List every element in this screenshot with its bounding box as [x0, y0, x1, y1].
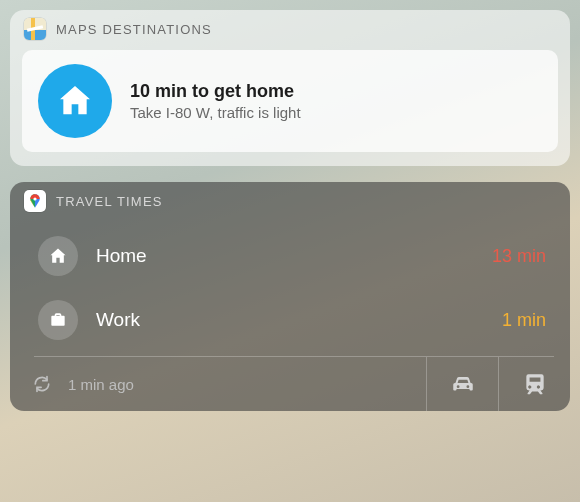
- widget-footer: 1 min ago: [10, 357, 570, 411]
- maps-destinations-widget: MAPS DESTINATIONS 10 min to get home Tak…: [10, 10, 570, 166]
- home-icon: [38, 236, 78, 276]
- svg-point-0: [33, 197, 36, 200]
- widget-header: TRAVEL TIMES: [10, 182, 570, 218]
- home-icon: [38, 64, 112, 138]
- mode-transit-button[interactable]: [498, 357, 570, 411]
- destination-subtitle: Take I-80 W, traffic is light: [130, 103, 301, 123]
- travel-label: Work: [96, 309, 484, 331]
- widget-title: TRAVEL TIMES: [56, 194, 163, 209]
- google-maps-icon: [24, 190, 46, 212]
- briefcase-icon: [38, 300, 78, 340]
- travel-time: 13 min: [492, 246, 546, 267]
- widget-title: MAPS DESTINATIONS: [56, 22, 212, 37]
- car-icon: [450, 371, 476, 397]
- travel-label: Home: [96, 245, 474, 267]
- travel-times-list: Home 13 min Work 1 min 1 min ago: [10, 218, 570, 411]
- travel-row-work[interactable]: Work 1 min: [10, 288, 570, 352]
- destination-text: 10 min to get home Take I-80 W, traffic …: [130, 79, 301, 124]
- mode-car-button[interactable]: [426, 357, 498, 411]
- widget-header: MAPS DESTINATIONS: [10, 10, 570, 46]
- train-icon: [522, 371, 548, 397]
- travel-times-widget: TRAVEL TIMES Home 13 min Work 1 min: [10, 182, 570, 411]
- destination-title: 10 min to get home: [130, 79, 301, 103]
- apple-maps-icon: [24, 18, 46, 40]
- last-updated-label: 1 min ago: [60, 357, 426, 411]
- travel-time: 1 min: [502, 310, 546, 331]
- refresh-icon: [32, 374, 52, 394]
- refresh-button[interactable]: [10, 357, 60, 411]
- destination-card[interactable]: 10 min to get home Take I-80 W, traffic …: [22, 50, 558, 152]
- travel-row-home[interactable]: Home 13 min: [10, 224, 570, 288]
